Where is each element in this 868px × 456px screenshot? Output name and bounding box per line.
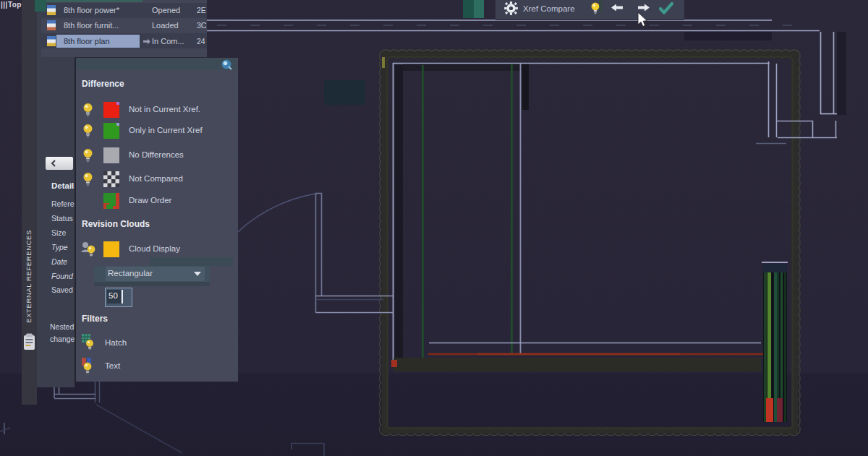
svg-text:Loaded: Loaded [152, 21, 179, 30]
svg-text:Xref Compare: Xref Compare [523, 4, 575, 13]
svg-text:Opened: Opened [152, 6, 180, 14]
svg-text:2E: 2E [197, 6, 206, 14]
svg-text:8th floor plan: 8th floor plan [64, 37, 110, 46]
svg-text:In Com...: In Com... [152, 37, 184, 46]
svg-text:8th floor power*: 8th floor power* [64, 6, 120, 14]
svg-text:3C: 3C [197, 21, 207, 30]
svg-text:24: 24 [197, 37, 205, 46]
svg-text:8th floor furnit...: 8th floor furnit... [64, 21, 119, 30]
